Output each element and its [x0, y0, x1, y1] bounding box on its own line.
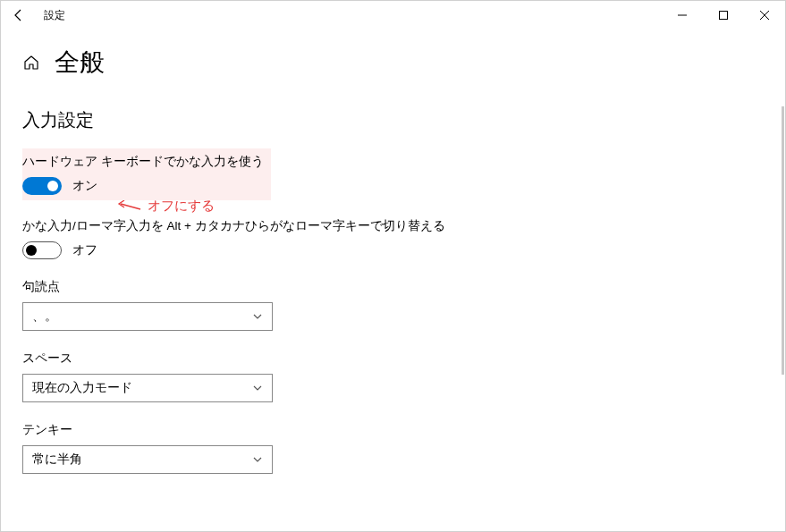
setting-kana-hw: ハードウェア キーボードでかな入力を使う オン [22, 148, 764, 202]
punctuation-dropdown[interactable]: 、。 [22, 302, 273, 331]
minimize-icon [678, 11, 687, 20]
page-title: 全般 [55, 46, 105, 80]
field-punctuation: 句読点 、。 [22, 279, 764, 331]
home-button[interactable] [22, 54, 40, 72]
minimize-button[interactable] [662, 1, 703, 30]
space-dropdown[interactable]: 現在の入力モード [22, 374, 273, 402]
content-area: 全般 入力設定 ハードウェア キーボードでかな入力を使う オン オフにする かな… [1, 30, 785, 531]
field-label: テンキー [22, 422, 764, 438]
dropdown-value: 、。 [32, 308, 57, 325]
tenkey-dropdown[interactable]: 常に半角 [22, 445, 273, 474]
maximize-button[interactable] [703, 1, 744, 30]
field-space: スペース 現在の入力モード [22, 350, 764, 402]
section-heading: 入力設定 [22, 108, 764, 132]
setting-alt-toggle: かな入力/ローマ字入力を Alt + カタカナひらがなローマ字キーで切り替える … [22, 218, 764, 259]
arrow-left-icon [12, 8, 26, 22]
window-controls [662, 1, 785, 30]
highlight-box: ハードウェア キーボードでかな入力を使う オン [22, 148, 271, 200]
scrollbar[interactable] [782, 106, 784, 375]
toggle-row: オフ [22, 241, 764, 259]
svg-rect-1 [720, 12, 728, 20]
annotation-text: オフにする [148, 198, 215, 215]
home-icon [23, 55, 39, 71]
title-bar-left: 設定 [8, 4, 65, 26]
toggle-state-label: オフ [72, 242, 97, 258]
back-button[interactable] [8, 4, 30, 26]
dropdown-value: 現在の入力モード [32, 380, 132, 396]
field-tenkey: テンキー 常に半角 [22, 422, 764, 474]
chevron-down-icon [252, 383, 263, 393]
setting-label: ハードウェア キーボードでかな入力を使う [22, 154, 264, 170]
arrow-annotation-icon [115, 200, 142, 213]
page-header: 全般 [22, 46, 764, 80]
close-icon [760, 11, 769, 20]
chevron-down-icon [252, 454, 263, 465]
annotation: オフにする [115, 198, 215, 215]
alt-toggle-toggle[interactable] [22, 241, 62, 259]
window-title: 設定 [44, 8, 65, 23]
close-button[interactable] [744, 1, 785, 30]
field-label: スペース [22, 350, 764, 367]
dropdown-value: 常に半角 [32, 452, 82, 468]
title-bar: 設定 [1, 1, 785, 30]
field-label: 句読点 [22, 279, 764, 295]
maximize-icon [719, 11, 728, 20]
toggle-state-label: オン [72, 178, 97, 194]
setting-label: かな入力/ローマ字入力を Alt + カタカナひらがなローマ字キーで切り替える [22, 218, 764, 234]
toggle-row: オン [22, 177, 264, 195]
kana-hw-toggle[interactable] [22, 177, 62, 195]
chevron-down-icon [252, 311, 263, 322]
